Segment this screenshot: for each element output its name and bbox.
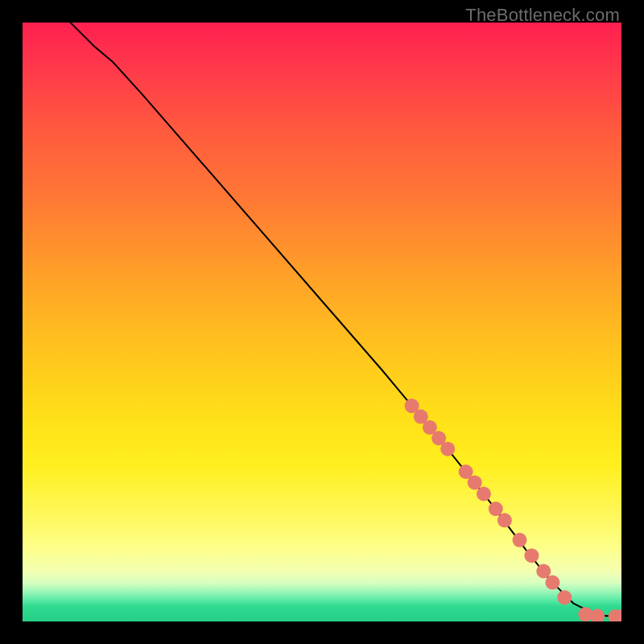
curve-path — [71, 23, 622, 617]
marker-dot — [497, 513, 512, 527]
marker-dot — [440, 442, 455, 456]
curve-layer — [71, 23, 622, 617]
plot-area — [23, 23, 621, 621]
marker-dot — [468, 475, 482, 489]
marker-dot — [477, 487, 491, 502]
chart-svg — [23, 23, 621, 621]
marker-dot — [545, 576, 559, 590]
marker-dot — [513, 533, 527, 547]
chart-stage: TheBottleneck.com — [0, 0, 644, 644]
marker-dot — [524, 548, 539, 563]
marker-dot — [557, 590, 572, 605]
marker-dot — [590, 609, 605, 621]
watermark-text: TheBottleneck.com — [465, 5, 620, 26]
marker-dot — [489, 502, 503, 516]
marker-layer — [405, 398, 621, 621]
marker-dot — [536, 564, 551, 579]
